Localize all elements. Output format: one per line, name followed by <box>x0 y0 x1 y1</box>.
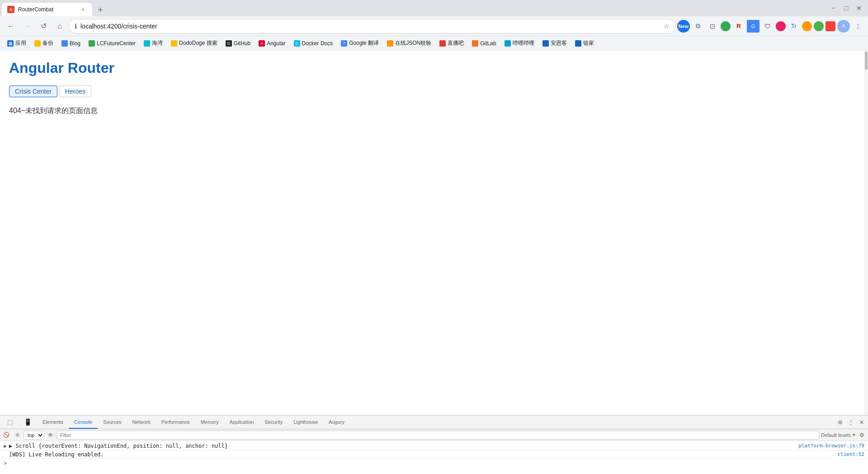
scrollbar-track[interactable] <box>864 51 868 415</box>
console-input-line: > <box>0 459 868 467</box>
console-filter-icon[interactable]: ⊘ <box>13 431 22 440</box>
console-prompt-icon: > <box>4 460 7 466</box>
bookmark-backup[interactable]: 备份 <box>31 38 57 48</box>
devtools-more-icon[interactable]: ⋮ <box>846 418 855 427</box>
minimize-button[interactable]: － <box>828 3 839 14</box>
bookmark-angular-label: Angular <box>267 40 285 47</box>
ext-pink-icon[interactable] <box>776 21 786 31</box>
ext-face-icon[interactable] <box>802 21 812 31</box>
github-icon: G <box>226 40 232 47</box>
lcfuture-icon <box>89 40 95 47</box>
ext-red-icon[interactable] <box>826 21 835 31</box>
lianke-icon <box>575 40 581 47</box>
home-button[interactable]: ⌂ <box>52 19 67 33</box>
console-settings-icon[interactable]: ⚙ <box>857 431 866 440</box>
bookmark-zhibo-label: 直播吧 <box>448 39 464 47</box>
page-nav-buttons: Crisis Center Heroes <box>9 85 859 97</box>
bookmark-angular[interactable]: A Angular <box>255 39 289 47</box>
bookmark-haitan[interactable]: 海湾 <box>140 38 166 48</box>
ext-r-icon[interactable]: R <box>732 20 745 33</box>
tab-close-button[interactable]: × <box>80 6 87 13</box>
crisis-center-button[interactable]: Crisis Center <box>9 85 57 97</box>
browser-frame: A RouterCombat × + － □ ✕ ← → ↺ ⌂ ℹ local… <box>0 0 868 474</box>
console-expand-arrow[interactable]: ▶ <box>4 443 9 449</box>
dodoge-icon <box>171 40 177 47</box>
tab-sources[interactable]: Sources <box>98 416 127 429</box>
ext-translate-icon[interactable]: Tr <box>788 20 800 33</box>
page-title: Angular Router <box>9 60 859 76</box>
devtools-inspect-icon[interactable]: ⬚ <box>2 416 19 429</box>
docker-icon: D <box>294 40 300 47</box>
tab-network[interactable]: Network <box>127 416 156 429</box>
extensions-button[interactable]: New <box>677 20 690 33</box>
back-button[interactable]: ← <box>4 19 18 33</box>
console-log-text-1: [WDS] Live Reloading enabled. <box>9 451 837 458</box>
new-tab-button[interactable]: + <box>94 4 107 16</box>
tab-application[interactable]: Application <box>224 416 259 429</box>
bookmark-lcfuture-label: LCFutureCenter <box>97 40 136 47</box>
console-levels-chevron: ▾ <box>853 432 855 438</box>
tab-console[interactable]: Console <box>69 416 98 429</box>
bookmark-docker[interactable]: D Docker Docs <box>290 39 337 47</box>
bookmark-lcfuture[interactable]: LCFutureCenter <box>85 39 139 47</box>
console-filter-input[interactable] <box>57 431 819 440</box>
anes-icon <box>542 40 549 47</box>
devtools-responsive-icon[interactable]: 📱 <box>19 416 37 429</box>
close-window-button[interactable]: ✕ <box>854 3 864 14</box>
tab-elements[interactable]: Elements <box>37 416 69 429</box>
ext-green-icon[interactable] <box>721 21 731 31</box>
blog-icon <box>61 40 68 47</box>
zhibo-icon <box>439 40 446 47</box>
window-controls: － □ ✕ <box>825 0 868 16</box>
tab-security[interactable]: Security <box>259 416 288 429</box>
console-clear-button[interactable]: 🚫 <box>2 431 11 440</box>
bookmark-blog[interactable]: Blog <box>58 39 84 47</box>
profile-avatar[interactable]: A <box>837 20 850 33</box>
reload-button[interactable]: ↺ <box>36 19 51 33</box>
console-context-select[interactable]: top <box>24 431 44 440</box>
maximize-button[interactable]: □ <box>841 3 852 14</box>
bookmark-dodoge[interactable]: DodoDoge 搜索 <box>167 38 221 48</box>
address-bar[interactable]: ℹ localhost:4200/crisis-center ☆ <box>69 19 675 33</box>
extensions-puzzle-icon[interactable]: ⧉ <box>692 20 704 33</box>
scrollbar-thumb[interactable] <box>865 52 868 70</box>
active-tab[interactable]: A RouterCombat × <box>2 3 92 16</box>
bookmark-lianke[interactable]: 链家 <box>571 38 598 48</box>
console-levels-container: Default levels ▾ <box>821 432 855 438</box>
cast-icon[interactable]: ⊡ <box>706 20 719 33</box>
error-message: 404~未找到请求的页面信息 <box>9 106 859 116</box>
console-eye-icon[interactable]: 👁 <box>46 431 55 440</box>
devtools-close-icon[interactable]: ✕ <box>857 418 866 427</box>
bookmark-googletranslate[interactable]: T Google 翻译 <box>337 38 382 48</box>
tab-performance[interactable]: Performance <box>156 416 195 429</box>
url-display: localhost:4200/crisis-center <box>80 23 660 30</box>
ext-g-icon[interactable]: G <box>747 20 760 33</box>
bookmark-gitlab-label: GitLab <box>480 40 496 47</box>
bilibili-icon <box>505 40 511 47</box>
console-input[interactable] <box>9 460 864 466</box>
tab-memory[interactable]: Memory <box>195 416 224 429</box>
bookmark-apps-label: 应用 <box>15 39 26 47</box>
bookmark-zhibo[interactable]: 直播吧 <box>436 38 467 48</box>
bookmark-github[interactable]: G GitHub <box>222 39 254 47</box>
tab-lighthouse[interactable]: Lighthouse <box>288 416 323 429</box>
console-log-0: ▶ ▶ Scroll {routerEvent: NavigationEnd, … <box>0 442 868 450</box>
forward-button[interactable]: → <box>20 19 34 33</box>
bookmark-json[interactable]: 在线JSON校验 <box>383 38 435 48</box>
bookmark-apps[interactable]: ▦ 应用 <box>4 38 30 48</box>
bookmark-anes-label: 安恩客 <box>551 39 567 47</box>
console-source-1[interactable]: client:52 <box>837 451 864 457</box>
tab-augury[interactable]: Augury <box>323 416 350 429</box>
bookmark-bilibili[interactable]: 哔哩哔哩 <box>501 38 538 48</box>
console-source-0[interactable]: platform-browser.js:79 <box>798 443 864 449</box>
menu-button[interactable]: ⋮ <box>852 20 864 33</box>
ext-shield-icon[interactable]: 🛡 <box>761 20 774 33</box>
ext-leaf-icon[interactable] <box>814 21 824 31</box>
bookmark-anes[interactable]: 安恩客 <box>539 38 571 48</box>
lock-icon: ℹ <box>75 23 77 30</box>
heroes-button[interactable]: Heroes <box>59 85 91 97</box>
bookmark-gitlab[interactable]: GitLab <box>468 39 500 47</box>
devtools-settings-icon[interactable]: ⚙ <box>835 418 844 427</box>
star-icon[interactable]: ☆ <box>664 23 670 30</box>
google-translate-icon: T <box>341 40 347 47</box>
